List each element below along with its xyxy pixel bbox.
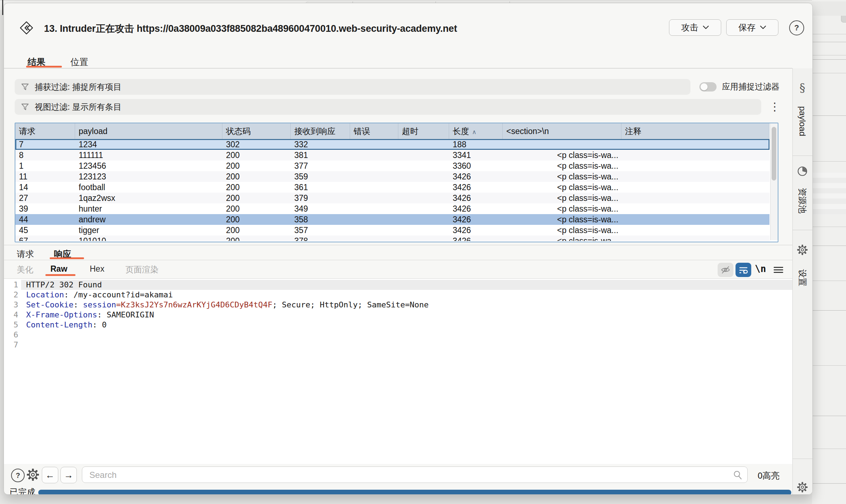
code-segment: : SAMEORIGIN	[97, 310, 154, 319]
column-header-request[interactable]: 请求	[15, 123, 75, 139]
column-header-comment[interactable]: 注释	[621, 123, 769, 139]
table-row[interactable]: 39hunter2003493426<p class=is-wa...	[15, 203, 769, 214]
tab-positions[interactable]: 位置	[70, 56, 88, 68]
column-header-section[interactable]: <section>\n	[503, 123, 621, 139]
table-cell-length: 188	[449, 139, 503, 150]
tab-pretty[interactable]: 美化	[17, 264, 33, 275]
apply-capture-toggle[interactable]	[699, 82, 717, 92]
table-row[interactable]: 71234302332188	[15, 139, 769, 150]
code-segment: : /my-account?id=akamai	[64, 290, 173, 299]
table-cell-length: 3426	[449, 182, 503, 193]
table-cell-comment	[621, 193, 769, 203]
active-tab-underline	[45, 274, 75, 276]
capture-filter-label: 捕获过滤: 捕捉所有项目	[35, 81, 122, 93]
table-cell-comment	[621, 182, 769, 193]
column-header-length[interactable]: 长度∧	[449, 123, 503, 139]
column-header-received[interactable]: 接收到响应	[291, 123, 350, 139]
column-header-payload[interactable]: payload	[75, 123, 222, 139]
tab-request[interactable]: 请求	[17, 248, 34, 260]
table-cell-timeout	[398, 214, 449, 225]
column-header-label: 接收到响应	[294, 127, 335, 136]
table-cell-timeout	[398, 236, 449, 241]
word-wrap-icon	[739, 266, 748, 274]
search-settings-gear-icon[interactable]	[26, 468, 40, 483]
column-header-label: 超时	[402, 127, 418, 136]
table-cell-timeout	[398, 171, 449, 182]
panel-resource-pool[interactable]: 资源池	[797, 188, 808, 213]
clock-icon[interactable]	[797, 166, 808, 178]
table-row[interactable]: 11234562003773360<p class=is-wa...	[15, 160, 769, 171]
table-row[interactable]: 44andrew2003583426<p class=is-wa...	[15, 214, 769, 225]
line-content: HTTP/2 302 Found	[26, 280, 102, 290]
table-cell-timeout	[398, 160, 449, 171]
table-cell-payload: 111111	[75, 150, 222, 160]
panel-settings[interactable]: 设置	[797, 269, 808, 286]
section-sign-icon[interactable]: §	[800, 81, 805, 94]
column-header-status[interactable]: 状态码	[222, 123, 291, 139]
tab-raw[interactable]: Raw	[50, 264, 67, 274]
newline-toggle-button[interactable]: \n	[755, 263, 766, 274]
capture-filter-bar[interactable]: 捕获过滤: 捕捉所有项目	[15, 79, 690, 95]
line-number: 1	[4, 280, 18, 290]
table-cell-status: 200	[222, 171, 291, 182]
help-icon[interactable]: ?	[789, 20, 804, 35]
response-line: 7	[4, 340, 792, 350]
table-row[interactable]: 45tigger2003573426<p class=is-wa...	[15, 225, 769, 236]
apply-capture-label: 应用捕捉过滤器	[722, 81, 779, 92]
scrollbar-thumb[interactable]	[772, 127, 776, 181]
view-filter-label: 视图过滤: 显示所有条目	[35, 102, 122, 113]
tab-render[interactable]: 页面渲染	[126, 264, 158, 275]
view-filter-bar[interactable]: 视图过滤: 显示所有条目	[15, 99, 761, 115]
background-zebra-row	[812, 204, 846, 209]
background-zebra-row	[812, 188, 846, 193]
word-wrap-button[interactable]	[736, 263, 751, 277]
column-header-timeout[interactable]: 超时	[398, 123, 449, 139]
line-number: 4	[4, 310, 18, 320]
response-line: 2Location: /my-account?id=akamai	[4, 290, 792, 300]
hamburger-menu-icon[interactable]	[771, 263, 786, 277]
table-cell-received: 361	[291, 182, 350, 193]
funnel-icon	[21, 103, 29, 111]
search-prev-button[interactable]: ←	[42, 467, 58, 483]
sort-ascending-icon: ∧	[472, 129, 476, 135]
table-row[interactable]: 81111112003813341<p class=is-wa...	[15, 150, 769, 160]
search-help-icon[interactable]: ?	[11, 469, 25, 482]
table-row[interactable]: 671010102003783426<p class=is-wa...	[15, 236, 769, 241]
panel-payload[interactable]: payload	[797, 106, 807, 136]
search-icon[interactable]	[733, 470, 742, 479]
gear-icon[interactable]	[797, 481, 808, 494]
attack-button[interactable]: 攻击	[669, 19, 721, 36]
search-next-button[interactable]: →	[60, 467, 77, 483]
code-segment: =Kz3ksJ2Ys7n6wzArKYjG4D6CDyB4tQ4F	[116, 300, 272, 309]
table-cell-error	[350, 225, 398, 236]
save-button[interactable]: 保存	[726, 19, 778, 36]
table-cell-request: 11	[15, 171, 75, 182]
response-editor[interactable]: 1HTTP/2 302 Found2Location: /my-account?…	[4, 279, 792, 464]
table-row[interactable]: 111231232003593426<p class=is-wa...	[15, 171, 769, 182]
table-cell-length: 3426	[449, 203, 503, 214]
table-cell-length: 3426	[449, 193, 503, 203]
table-row[interactable]: 14football2003613426<p class=is-wa...	[15, 182, 769, 193]
gear-icon[interactable]	[797, 244, 808, 257]
table-cell-error	[350, 182, 398, 193]
table-row[interactable]: 271qaz2wsx2003793426<p class=is-wa...	[15, 193, 769, 203]
hide-nonprintable-button[interactable]	[718, 263, 733, 277]
search-box	[82, 466, 748, 483]
response-line: 1HTTP/2 302 Found	[4, 280, 792, 290]
table-cell-request: 67	[15, 236, 75, 241]
funnel-icon	[21, 83, 29, 91]
attack-button-label: 攻击	[681, 22, 698, 33]
table-cell-status: 200	[222, 193, 291, 203]
table-cell-section: <p class=is-wa...	[503, 214, 621, 225]
table-cell-request: 14	[15, 182, 75, 193]
table-cell-error	[350, 193, 398, 203]
search-input[interactable]	[89, 467, 723, 483]
kebab-menu-icon[interactable]: ⋮	[769, 100, 780, 114]
pane-splitter[interactable]	[4, 245, 792, 245]
table-cell-section: <p class=is-wa...	[503, 225, 621, 236]
table-cell-comment	[621, 160, 769, 171]
tab-hex[interactable]: Hex	[90, 264, 104, 274]
column-header-error[interactable]: 错误	[350, 123, 398, 139]
back-icon[interactable]	[20, 21, 33, 36]
table-scrollbar[interactable]	[770, 123, 778, 240]
